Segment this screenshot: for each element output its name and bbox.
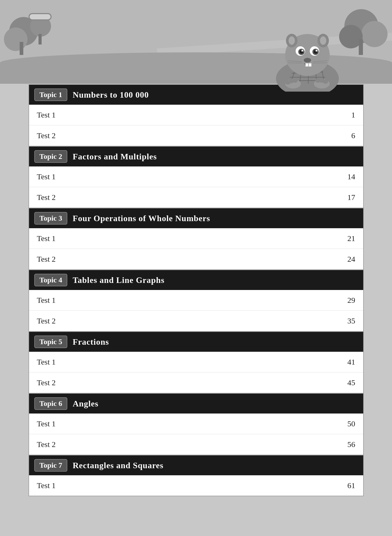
svg-point-47 [292,79,298,83]
svg-point-36 [304,58,311,63]
test-row-4-2: Test 235 [29,311,363,331]
topic-header-2: Topic 2Factors and Multiples [29,147,363,166]
topic-header-3: Topic 3Four Operations of Whole Numbers [29,208,363,228]
test-page-2-2: 17 [347,193,355,202]
topic-badge-2: Topic 2 [34,150,68,163]
topic-block-5: Topic 5FractionsTest 141Test 245 [29,332,363,394]
test-row-5-1: Test 141 [29,352,363,372]
test-label-5-2: Test 2 [37,378,56,387]
contents-title-box [29,13,52,20]
topic-block-1: Topic 1Numbers to 100 000Test 11Test 26 [29,85,363,147]
topic-block-2: Topic 2Factors and MultiplesTest 114Test… [29,147,363,208]
topic-header-5: Topic 5Fractions [29,332,363,352]
test-label-4-2: Test 2 [37,316,56,325]
beaver-svg [262,21,353,92]
svg-point-50 [323,80,328,84]
topic-badge-6: Topic 6 [34,397,68,410]
test-label-1-1: Test 1 [37,110,56,119]
test-row-6-1: Test 150 [29,414,363,434]
svg-point-24 [289,36,295,45]
topic-block-7: Topic 7Rectangles and SquaresTest 161 [29,455,363,496]
test-page-6-2: 56 [347,440,355,449]
test-row-3-2: Test 224 [29,249,363,269]
test-label-6-1: Test 1 [37,419,56,428]
test-page-3-2: 24 [347,255,355,264]
test-page-1-2: 6 [351,131,355,140]
topic-block-6: Topic 6AnglesTest 150Test 256 [29,394,363,455]
topic-title-5: Fractions [73,337,109,347]
svg-line-38 [288,63,302,63]
test-page-7-1: 61 [347,481,355,490]
toc-container: Topic 1Numbers to 100 000Test 11Test 26T… [29,84,364,496]
svg-point-35 [316,50,317,52]
topic-badge-7: Topic 7 [34,459,68,472]
test-page-5-2: 45 [347,378,355,387]
topic-title-6: Angles [73,399,98,409]
topic-title-3: Four Operations of Whole Numbers [73,214,210,223]
test-row-7-1: Test 161 [29,475,363,496]
topic-header-6: Topic 6Angles [29,394,363,414]
topic-block-4: Topic 4Tables and Line GraphsTest 129Tes… [29,270,363,332]
test-page-5-1: 41 [347,358,355,366]
beaver-illustration [262,21,353,92]
topic-badge-5: Topic 5 [34,336,68,348]
test-row-2-2: Test 217 [29,187,363,208]
topic-title-4: Tables and Line Graphs [73,275,164,285]
page-content: Topic 1Numbers to 100 000Test 11Test 26T… [13,0,379,496]
svg-point-34 [301,50,303,52]
test-page-1-1: 1 [351,110,355,119]
topic-badge-4: Topic 4 [34,274,68,286]
svg-rect-41 [306,63,308,66]
test-page-4-2: 35 [347,316,355,325]
test-page-4-1: 29 [347,296,355,305]
test-label-3-2: Test 2 [37,255,56,264]
topic-title-2: Factors and Multiples [73,152,157,161]
test-row-3-1: Test 121 [29,228,363,249]
test-label-7-1: Test 1 [37,481,56,490]
test-row-5-2: Test 245 [29,372,363,393]
test-row-1-2: Test 26 [29,125,363,146]
test-row-1-1: Test 11 [29,105,363,125]
test-page-2-1: 14 [347,172,355,181]
topic-badge-3: Topic 3 [34,212,68,225]
test-label-4-1: Test 1 [37,296,56,305]
test-row-2-1: Test 114 [29,166,363,187]
svg-line-40 [313,63,327,63]
topic-block-3: Topic 3Four Operations of Whole NumbersT… [29,208,363,270]
test-label-5-1: Test 1 [37,358,56,366]
test-row-4-1: Test 129 [29,290,363,311]
test-page-3-1: 21 [347,234,355,243]
topic-header-7: Topic 7Rectangles and Squares [29,455,363,475]
test-label-6-2: Test 2 [37,440,56,449]
svg-point-25 [320,36,326,45]
test-label-3-1: Test 1 [37,234,56,243]
topic-header-4: Topic 4Tables and Line Graphs [29,270,363,290]
test-page-6-1: 50 [347,419,355,428]
test-label-2-1: Test 1 [37,172,56,181]
topic-title-1: Numbers to 100 000 [73,90,149,100]
svg-rect-42 [309,63,311,66]
topic-badge-1: Topic 1 [34,88,68,101]
topic-title-7: Rectangles and Squares [73,461,163,470]
test-label-2-2: Test 2 [37,193,56,202]
test-label-1-2: Test 2 [37,131,56,140]
test-row-6-2: Test 256 [29,434,363,455]
